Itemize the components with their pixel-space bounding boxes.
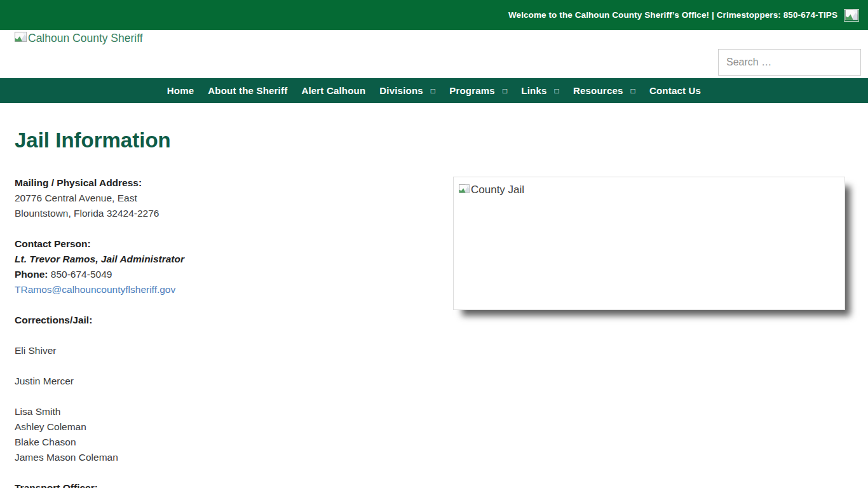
county-jail-image-alt-text: County Jail — [471, 184, 524, 196]
phone-number: 850-674-5049 — [51, 269, 112, 280]
mailing-address-block: Mailing / Physical Address: 20776 Centra… — [15, 175, 453, 221]
main-navigation: Home About the Sheriff Alert Calhoun Div… — [0, 78, 868, 103]
staff-name: Blake Chason — [15, 437, 76, 447]
nav-item-contact-us[interactable]: Contact Us — [642, 78, 708, 103]
phone-label: Phone: — [15, 269, 48, 280]
jail-info-text-column: Mailing / Physical Address: 20776 Centra… — [15, 175, 453, 488]
staff-name: Ashley Coleman — [15, 421, 86, 432]
staff-name-group: Lisa Smith Ashley Coleman Blake Chason J… — [15, 404, 453, 465]
nav-label: Home — [167, 85, 194, 96]
county-jail-image: County Jail — [453, 177, 845, 310]
broken-image-icon — [459, 184, 470, 193]
search-input[interactable] — [718, 49, 861, 76]
nav-item-alert-calhoun[interactable]: Alert Calhoun — [294, 78, 372, 103]
address-line-1: 20776 Central Avenue, East — [15, 193, 137, 203]
site-logo-link[interactable]: Calhoun County Sheriff — [15, 32, 143, 44]
broken-image-icon — [844, 9, 859, 22]
dropdown-caret-icon: □ — [431, 86, 435, 95]
contact-person-block: Contact Person: Lt. Trevor Ramos, Jail A… — [15, 236, 453, 297]
transport-officer-label: Transport Officer: — [15, 482, 98, 488]
nav-label: Resources — [573, 85, 623, 96]
contact-person-label: Contact Person: — [15, 238, 91, 249]
jail-image-column: County Jail — [453, 175, 853, 488]
nav-label: Contact Us — [649, 85, 701, 96]
contact-person-name: Lt. Trevor Ramos, Jail Administrator — [15, 254, 184, 264]
dropdown-caret-icon: □ — [503, 86, 507, 95]
staff-name: Lisa Smith — [15, 406, 60, 417]
staff-name: James Mason Coleman — [15, 452, 118, 463]
nav-label: Links — [521, 85, 546, 96]
site-logo-alt-text: Calhoun County Sheriff — [28, 32, 143, 44]
corrections-jail-label: Corrections/Jail: — [15, 315, 92, 325]
nav-label: About the Sheriff — [208, 85, 287, 96]
nav-label: Programs — [449, 85, 495, 96]
dropdown-caret-icon: □ — [555, 86, 559, 95]
nav-label: Alert Calhoun — [301, 85, 365, 96]
address-line-2: Blountstown, Florida 32424-2276 — [15, 208, 159, 219]
corrections-jail-heading: Corrections/Jail: — [15, 313, 453, 328]
nav-label: Divisions — [379, 85, 423, 96]
nav-item-home[interactable]: Home — [160, 78, 201, 103]
dropdown-caret-icon: □ — [631, 86, 635, 95]
broken-image-icon — [845, 10, 858, 20]
nav-item-programs[interactable]: Programs □ — [442, 78, 514, 103]
contact-email-link[interactable]: TRamos@calhouncountyflsheriff.gov — [15, 284, 175, 295]
page-title: Jail Information — [15, 128, 853, 152]
transport-officer-heading: Transport Officer: — [15, 480, 453, 488]
nav-item-resources[interactable]: Resources □ — [566, 78, 642, 103]
nav-item-divisions[interactable]: Divisions □ — [372, 78, 442, 103]
staff-name: Justin Mercer — [15, 374, 453, 389]
nav-item-about-the-sheriff[interactable]: About the Sheriff — [201, 78, 294, 103]
staff-name: Eli Shiver — [15, 343, 453, 358]
welcome-text: Welcome to the Calhoun County Sheriff’s … — [508, 10, 837, 20]
site-header: Calhoun County Sheriff — [0, 30, 868, 78]
main-content: Jail Information Mailing / Physical Addr… — [0, 128, 868, 488]
announcement-bar: Welcome to the Calhoun County Sheriff’s … — [0, 0, 868, 30]
nav-item-links[interactable]: Links □ — [514, 78, 566, 103]
broken-image-icon — [15, 32, 27, 42]
mailing-address-label: Mailing / Physical Address: — [15, 177, 142, 188]
